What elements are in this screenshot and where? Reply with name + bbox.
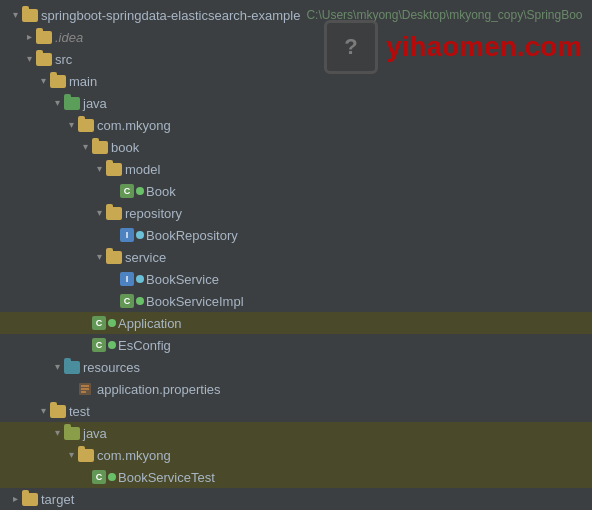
tree-item-appprops[interactable]: application.properties [0,378,592,400]
dot-bookservice [136,275,144,283]
arrow-java-test[interactable] [50,426,64,440]
tree-item-bookservice[interactable]: I BookService [0,268,592,290]
folder-icon-book [92,141,108,154]
item-label-bookrepo: BookRepository [146,228,238,243]
dot-bookserviceimpl [136,297,144,305]
item-label-esconfig: EsConfig [118,338,171,353]
arrow-java-src[interactable] [50,96,64,110]
item-label-repository: repository [125,206,182,221]
item-label-resources: resources [83,360,140,375]
arrow-com-mkyong-test[interactable] [64,448,78,462]
class-badge-esconfig: C [92,338,106,352]
arrow-resources[interactable] [50,360,64,374]
arrow-model[interactable] [92,162,106,176]
arrow-main[interactable] [36,74,50,88]
arrow-root[interactable] [8,8,22,22]
watermark: ? yihaomen.com [324,20,582,74]
tree-item-repository[interactable]: repository [0,202,592,224]
item-label-target: target [41,492,74,507]
project-tree[interactable]: ? yihaomen.com springboot-springdata-ela… [0,0,592,510]
tree-item-com-mkyong-test[interactable]: com.mkyong [0,444,592,466]
tree-item-com-mkyong[interactable]: com.mkyong [0,114,592,136]
tree-item-book-class[interactable]: C Book [0,180,592,202]
item-label-test: test [69,404,90,419]
tree-item-bookservicetest[interactable]: C BookServiceTest [0,466,592,488]
item-label-main: main [69,74,97,89]
item-label-bookservicetest: BookServiceTest [118,470,215,485]
tree-item-java-src[interactable]: java [0,92,592,114]
item-label-bookserviceimpl: BookServiceImpl [146,294,244,309]
folder-icon-test [50,405,66,418]
folder-icon-java-src [64,97,80,110]
arrow-idea[interactable] [22,30,36,44]
class-badge-application: C [92,316,106,330]
folder-icon-idea [36,31,52,44]
item-label-java-test: java [83,426,107,441]
item-label-model: model [125,162,160,177]
folder-icon-java-test [64,427,80,440]
item-label-java-src: java [83,96,107,111]
dot-bookrepo [136,231,144,239]
watermark-text: yihaomen.com [386,31,582,63]
arrow-repository[interactable] [92,206,106,220]
tree-item-service[interactable]: service [0,246,592,268]
item-label-root: springboot-springdata-elasticsearch-exam… [41,8,300,23]
folder-icon-src [36,53,52,66]
item-label-bookservice: BookService [146,272,219,287]
tree-item-bookserviceimpl[interactable]: C BookServiceImpl [0,290,592,312]
arrow-test[interactable] [36,404,50,418]
arrow-book[interactable] [78,140,92,154]
class-badge-bookserviceimpl: C [120,294,134,308]
tree-item-target[interactable]: target [0,488,592,510]
interface-badge-bookrepo: I [120,228,134,242]
item-label-book-class: Book [146,184,176,199]
dot-esconfig [108,341,116,349]
folder-icon-service [106,251,122,264]
folder-icon-target [22,493,38,506]
tree-item-resources[interactable]: resources [0,356,592,378]
tree-item-bookrepo[interactable]: I BookRepository [0,224,592,246]
item-label-service: service [125,250,166,265]
props-icon [78,382,94,396]
tree-item-java-test[interactable]: java [0,422,592,444]
item-label-book: book [111,140,139,155]
tree-item-application[interactable]: C Application [0,312,592,334]
folder-icon-root [22,9,38,22]
item-label-application: Application [118,316,182,331]
item-label-com-mkyong: com.mkyong [97,118,171,133]
dot-book [136,187,144,195]
folder-icon-resources [64,361,80,374]
tree-item-esconfig[interactable]: C EsConfig [0,334,592,356]
folder-icon-com-mkyong-test [78,449,94,462]
dot-bookservicetest [108,473,116,481]
tree-item-book[interactable]: book [0,136,592,158]
dot-application [108,319,116,327]
folder-icon-com-mkyong [78,119,94,132]
arrow-target[interactable] [8,492,22,506]
interface-badge-bookservice: I [120,272,134,286]
arrow-com-mkyong[interactable] [64,118,78,132]
folder-icon-model [106,163,122,176]
arrow-src[interactable] [22,52,36,66]
tree-item-test[interactable]: test [0,400,592,422]
class-badge-book: C [120,184,134,198]
item-label-src: src [55,52,72,67]
class-badge-bookservicetest: C [92,470,106,484]
item-label-com-mkyong-test: com.mkyong [97,448,171,463]
item-label-idea: .idea [55,30,83,45]
item-label-appprops: application.properties [97,382,221,397]
watermark-icon: ? [324,20,378,74]
arrow-service[interactable] [92,250,106,264]
folder-icon-main [50,75,66,88]
tree-item-model[interactable]: model [0,158,592,180]
folder-icon-repository [106,207,122,220]
